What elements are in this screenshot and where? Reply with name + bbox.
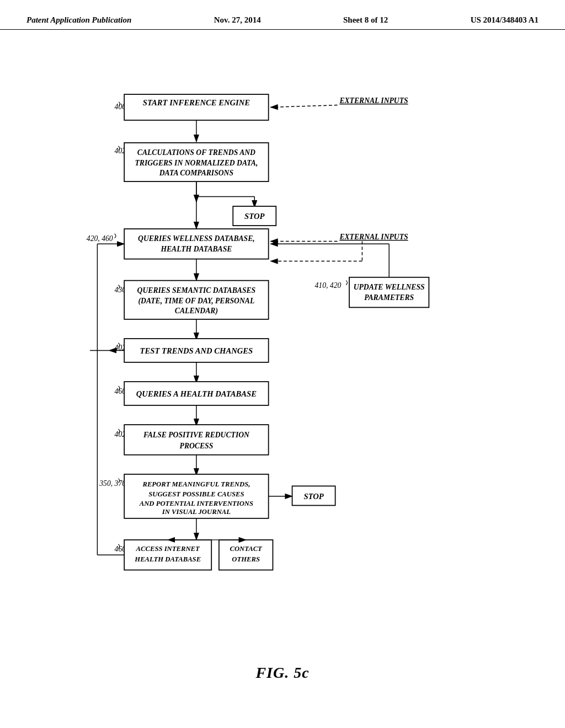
svg-rect-20 xyxy=(124,229,268,259)
svg-text:TEST TRENDS AND CHANGES: TEST TRENDS AND CHANGES xyxy=(140,346,253,355)
svg-text:CALENDAR): CALENDAR) xyxy=(175,307,218,315)
svg-text:STOP: STOP xyxy=(244,212,265,221)
svg-text:HEALTH DATABASE: HEALTH DATABASE xyxy=(134,555,201,563)
svg-text:START INFERENCE ENGINE: START INFERENCE ENGINE xyxy=(143,98,250,107)
svg-text:350, 370: 350, 370 xyxy=(99,479,126,488)
svg-text:TRIGGERS IN NORMALIZED DATA,: TRIGGERS IN NORMALIZED DATA, xyxy=(135,159,258,167)
publication-date: Nov. 27, 2014 xyxy=(214,15,261,25)
svg-text:DATA COMPARISONS: DATA COMPARISONS xyxy=(159,169,234,177)
figure-label: FIG. 5c xyxy=(255,664,309,682)
svg-text:UPDATE WELLNESS: UPDATE WELLNESS xyxy=(354,283,425,291)
patent-number: US 2014/348403 A1 xyxy=(471,15,539,25)
svg-text:SUGGEST POSSIBLE CAUSES: SUGGEST POSSIBLE CAUSES xyxy=(148,490,244,498)
svg-text:EXTERNAL INPUTS: EXTERNAL INPUTS xyxy=(339,97,408,105)
svg-text:HEALTH DATABASE: HEALTH DATABASE xyxy=(160,245,232,253)
svg-text:AND POTENTIAL INTERVENTIONS: AND POTENTIAL INTERVENTIONS xyxy=(139,500,253,507)
svg-text:ACCESS INTERNET: ACCESS INTERNET xyxy=(136,545,200,553)
page-header: Patent Application Publication Nov. 27, … xyxy=(0,0,565,30)
svg-text:CALCULATIONS OF TRENDS AND: CALCULATIONS OF TRENDS AND xyxy=(137,148,255,157)
svg-text:410, 420: 410, 420 xyxy=(315,281,342,290)
svg-rect-34 xyxy=(349,277,429,308)
svg-text:CONTACT: CONTACT xyxy=(230,545,263,553)
svg-text:EXTERNAL INPUTS: EXTERNAL INPUTS xyxy=(339,233,408,241)
svg-text:PARAMETERS: PARAMETERS xyxy=(364,293,414,302)
svg-text:OTHERS: OTHERS xyxy=(232,555,260,563)
svg-text:420, 460: 420, 460 xyxy=(87,234,113,243)
diagram-area: 400 START INFERENCE ENGINE EXTERNAL INPU… xyxy=(0,30,565,692)
svg-text:STOP: STOP xyxy=(303,492,324,501)
svg-text:IN VISUAL JOURNAL: IN VISUAL JOURNAL xyxy=(162,508,231,516)
svg-line-6 xyxy=(271,105,338,108)
svg-text:QUERIES WELLNESS DATABASE,: QUERIES WELLNESS DATABASE, xyxy=(138,234,255,243)
svg-text:PROCESS: PROCESS xyxy=(180,442,214,450)
svg-rect-50 xyxy=(124,425,268,455)
svg-text:FALSE POSITIVE REDUCTION: FALSE POSITIVE REDUCTION xyxy=(143,431,250,439)
svg-text:(DATE, TIME OF DAY, PERSONAL: (DATE, TIME OF DAY, PERSONAL xyxy=(138,297,255,306)
svg-text:QUERIES A HEALTH DATABASE: QUERIES A HEALTH DATABASE xyxy=(136,389,257,398)
svg-text:REPORT MEANINGFUL TRENDS,: REPORT MEANINGFUL TRENDS, xyxy=(142,480,250,488)
sheet-info: Sheet 8 of 12 xyxy=(343,15,388,25)
publication-title: Patent Application Publication xyxy=(26,15,131,25)
svg-text:QUERIES SEMANTIC DATABASES: QUERIES SEMANTIC DATABASES xyxy=(137,286,256,295)
